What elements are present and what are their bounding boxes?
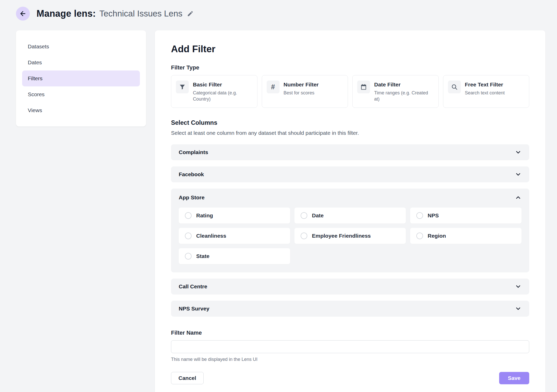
filter-type-name: Number Filter xyxy=(284,82,319,88)
dataset-section-nps-survey: NPS Survey xyxy=(171,301,529,317)
column-option-label: State xyxy=(196,253,209,259)
dataset-name: Complaints xyxy=(179,149,208,155)
back-button[interactable] xyxy=(16,7,30,21)
column-option-label: NPS xyxy=(428,212,439,219)
filter-type-description: Time ranges (e.g. Created at) xyxy=(374,90,432,102)
select-columns-subtitle: Select at least one column from any data… xyxy=(171,130,529,136)
chevron-down-icon xyxy=(515,305,522,312)
filter-type-name: Date Filter xyxy=(374,82,432,88)
dataset-section-complaints: Complaints xyxy=(171,144,529,160)
dataset-name: Call Centre xyxy=(179,283,207,290)
chevron-up-icon xyxy=(515,194,522,201)
radio-unchecked-icon[interactable] xyxy=(416,212,423,219)
column-option-nps[interactable]: NPS xyxy=(410,208,522,224)
dataset-header-facebook[interactable]: Facebook xyxy=(171,166,529,182)
sidebar-item-dates[interactable]: Dates xyxy=(22,55,140,70)
filter-name-label: Filter Name xyxy=(171,329,529,336)
column-option-region[interactable]: Region xyxy=(410,228,522,244)
add-filter-title: Add Filter xyxy=(171,44,529,55)
radio-unchecked-icon[interactable] xyxy=(185,233,192,239)
search-icon xyxy=(448,81,461,93)
page-title: Manage lens: Technical Issues Lens xyxy=(37,8,194,19)
chevron-down-icon xyxy=(515,149,522,156)
column-option-state[interactable]: State xyxy=(179,248,290,264)
dataset-header-call-centre[interactable]: Call Centre xyxy=(171,279,529,295)
dataset-header-app-store[interactable]: App Store xyxy=(171,189,529,207)
column-option-rating[interactable]: Rating xyxy=(179,208,290,224)
dataset-section-call-centre: Call Centre xyxy=(171,279,529,295)
sidebar-item-filters[interactable]: Filters xyxy=(22,70,140,86)
filter-type-name: Basic Filter xyxy=(193,82,251,88)
filter-type-row: Basic Filter Categorical data (e.g. Coun… xyxy=(171,75,529,108)
radio-unchecked-icon[interactable] xyxy=(185,212,192,219)
radio-unchecked-icon[interactable] xyxy=(416,233,423,239)
filter-type-number[interactable]: # Number Filter Best for scores xyxy=(262,75,348,108)
calendar-icon xyxy=(357,81,370,93)
save-button[interactable]: Save xyxy=(499,372,529,384)
dataset-header-nps-survey[interactable]: NPS Survey xyxy=(171,301,529,317)
chevron-down-icon xyxy=(515,171,522,178)
sidebar-item-datasets[interactable]: Datasets xyxy=(22,39,140,55)
layout: Datasets Dates Filters Scores Views Add … xyxy=(0,21,557,392)
column-options-grid: Rating Date NPS Cleanliness Employee Fri… xyxy=(171,207,529,272)
dataset-header-complaints[interactable]: Complaints xyxy=(171,144,529,160)
filter-type-free-text[interactable]: Free Text Filter Search text content xyxy=(443,75,529,108)
sidebar-item-views[interactable]: Views xyxy=(22,102,140,118)
column-option-cleanliness[interactable]: Cleanliness xyxy=(179,228,290,244)
header: Manage lens: Technical Issues Lens xyxy=(0,0,557,21)
dataset-section-facebook: Facebook xyxy=(171,166,529,182)
filter-type-label: Filter Type xyxy=(171,64,529,71)
sidebar-item-scores[interactable]: Scores xyxy=(22,86,140,102)
column-option-employee-friendliness[interactable]: Employee Friendliness xyxy=(294,228,406,244)
cancel-button[interactable]: Cancel xyxy=(171,372,204,384)
column-option-date[interactable]: Date xyxy=(294,208,406,224)
dataset-name: Facebook xyxy=(179,171,204,177)
filter-type-basic[interactable]: Basic Filter Categorical data (e.g. Coun… xyxy=(171,75,257,108)
column-option-label: Rating xyxy=(196,212,213,219)
filter-type-description: Best for scores xyxy=(284,90,319,96)
radio-unchecked-icon[interactable] xyxy=(301,233,307,239)
filter-type-description: Search text content xyxy=(465,90,505,96)
filter-type-date[interactable]: Date Filter Time ranges (e.g. Created at… xyxy=(352,75,439,108)
dataset-section-app-store: App Store Rating Date NPS xyxy=(171,189,529,272)
dataset-name: App Store xyxy=(179,194,204,201)
edit-pencil-icon[interactable] xyxy=(187,10,194,17)
chevron-down-icon xyxy=(515,283,522,290)
filter-type-description: Categorical data (e.g. Country) xyxy=(193,90,251,102)
column-option-label: Date xyxy=(312,212,324,219)
radio-unchecked-icon[interactable] xyxy=(301,212,307,219)
page-title-label: Manage lens: xyxy=(37,8,96,19)
form-actions: Cancel Save xyxy=(171,372,529,384)
select-columns-title: Select Columns xyxy=(171,119,529,126)
funnel-icon xyxy=(176,81,189,93)
radio-unchecked-icon[interactable] xyxy=(185,253,192,260)
sidebar: Datasets Dates Filters Scores Views xyxy=(16,30,146,127)
filter-name-helper: This name will be displayed in the Lens … xyxy=(171,357,529,362)
filter-name-input[interactable] xyxy=(171,340,529,353)
back-arrow-icon xyxy=(19,10,26,17)
lens-name: Technical Issues Lens xyxy=(99,9,182,19)
dataset-name: NPS Survey xyxy=(179,306,209,312)
main-panel: Add Filter Filter Type Basic Filter Cate… xyxy=(155,30,545,392)
filter-type-name: Free Text Filter xyxy=(465,82,505,88)
hash-icon: # xyxy=(267,81,280,93)
column-option-label: Cleanliness xyxy=(196,233,226,239)
column-option-label: Employee Friendliness xyxy=(312,233,371,239)
column-option-label: Region xyxy=(428,233,446,239)
